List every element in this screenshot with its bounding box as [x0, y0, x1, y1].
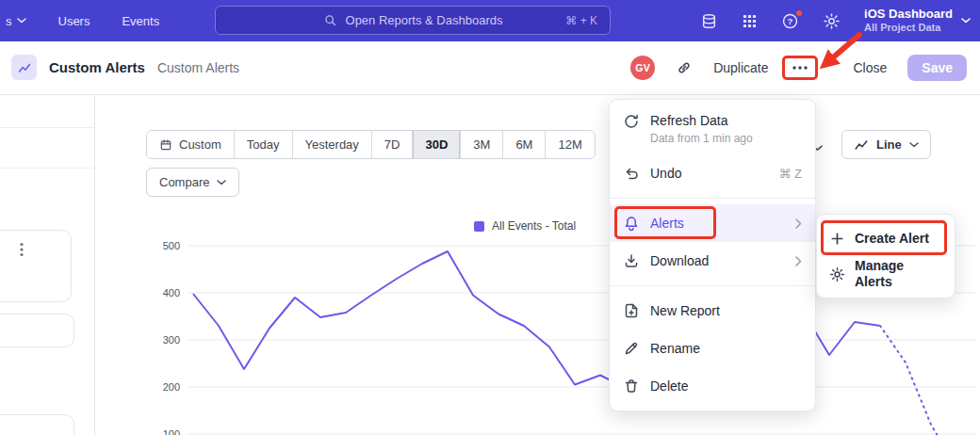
menu-item-download[interactable]: Download — [610, 242, 815, 280]
rail-card[interactable] — [0, 414, 74, 435]
date-range-segmented-control: Custom Today Yesterday 7D 30D 3M 6M 12M — [146, 130, 596, 159]
search-shortcut: ⌘ + K — [565, 14, 597, 27]
menu-item-label: Alerts — [650, 216, 684, 232]
submenu-item-label: Manage Alerts — [855, 258, 942, 290]
search-icon — [323, 13, 337, 27]
chevron-right-icon — [795, 218, 802, 229]
date-range-30d[interactable]: 30D — [413, 131, 461, 158]
menu-item-rename[interactable]: Rename — [610, 330, 815, 367]
menu-item-label: Download — [650, 253, 709, 269]
breadcrumb[interactable]: Custom Alerts — [157, 60, 239, 75]
apps-grid-icon[interactable] — [742, 13, 758, 29]
project-switcher[interactable]: iOS Dashboard All Project Data — [864, 0, 971, 41]
menu-item-sublabel: Data from 1 min ago — [650, 132, 753, 145]
trash-icon — [623, 378, 640, 395]
save-button[interactable]: Save — [907, 55, 967, 81]
date-range-6m[interactable]: 6M — [503, 131, 546, 158]
menu-item-label: New Report — [650, 303, 720, 319]
menu-item-shortcut: ⌘ Z — [778, 167, 802, 181]
page: 500400300200100 s Users Events Open Repo… — [0, 0, 980, 435]
date-range-12m[interactable]: 12M — [546, 131, 594, 158]
chevron-down-icon — [961, 18, 971, 24]
menu-item-label: Undo — [650, 166, 681, 182]
date-range-3m[interactable]: 3M — [461, 131, 503, 158]
menu-divider — [610, 198, 815, 199]
menu-item-alerts[interactable]: Alerts — [610, 204, 815, 242]
menu-item-label: Delete — [650, 379, 688, 395]
date-range-custom[interactable]: Custom — [147, 131, 235, 158]
report-header: Custom Alerts Custom Alerts GV Duplicate… — [0, 41, 980, 95]
chevron-down-icon — [909, 142, 919, 148]
download-icon — [623, 252, 640, 269]
menu-item-refresh-data[interactable]: Refresh Data Data from 1 min ago — [610, 105, 815, 154]
plus-icon — [829, 231, 845, 247]
date-range-today[interactable]: Today — [235, 131, 293, 158]
chart-legend: All Events - Total — [474, 219, 576, 233]
undo-icon — [623, 165, 640, 182]
duplicate-button[interactable]: Duplicate — [713, 60, 768, 75]
gear-icon — [829, 266, 845, 282]
compare-button[interactable]: Compare — [146, 168, 239, 197]
new-report-icon — [623, 302, 640, 319]
project-subtitle: All Project Data — [864, 22, 953, 35]
chevron-right-icon — [795, 256, 802, 266]
more-options-menu: Refresh Data Data from 1 min ago Undo ⌘ … — [609, 99, 816, 411]
nav-boards-partial[interactable]: s — [6, 14, 26, 28]
chevron-down-icon — [217, 180, 226, 185]
refresh-icon — [623, 113, 640, 130]
nav-users[interactable]: Users — [58, 14, 90, 28]
share-link-icon[interactable] — [676, 59, 693, 76]
search-placeholder: Open Reports & Dashboards — [346, 13, 503, 27]
menu-divider — [610, 285, 815, 286]
submenu-item-create-alert[interactable]: Create Alert — [817, 220, 955, 256]
rail-separator — [0, 168, 94, 169]
more-options-button[interactable] — [790, 61, 810, 74]
legend-label: All Events - Total — [492, 219, 576, 233]
close-button[interactable]: Close — [854, 60, 888, 75]
report-type-icon — [11, 55, 37, 80]
rail-card[interactable] — [0, 230, 72, 302]
svg-text:200: 200 — [163, 381, 180, 393]
nav-events[interactable]: Events — [122, 14, 159, 28]
date-range-7d[interactable]: 7D — [372, 131, 414, 158]
help-icon[interactable]: ? — [781, 12, 799, 30]
page-title: Custom Alerts — [49, 59, 145, 75]
svg-text:100: 100 — [163, 428, 180, 435]
svg-text:400: 400 — [163, 287, 180, 298]
rail-divider — [94, 95, 95, 435]
bell-icon — [623, 215, 640, 232]
calendar-icon — [159, 138, 172, 152]
kebab-menu-icon[interactable] — [20, 242, 24, 261]
svg-text:?: ? — [788, 15, 793, 25]
menu-item-undo[interactable]: Undo ⌘ Z — [610, 154, 815, 192]
pencil-icon — [623, 340, 640, 357]
rail-separator — [0, 127, 94, 128]
svg-text:300: 300 — [163, 334, 180, 346]
avatar[interactable]: GV — [630, 56, 655, 80]
project-title: iOS Dashboard — [864, 7, 953, 22]
chart-type-button[interactable]: Line — [841, 130, 931, 159]
notification-dot — [795, 9, 803, 17]
menu-item-new-report[interactable]: New Report — [610, 292, 815, 330]
legend-swatch — [474, 221, 484, 232]
date-range-yesterday[interactable]: Yesterday — [293, 131, 372, 158]
submenu-item-label: Create Alert — [855, 231, 929, 247]
data-management-icon[interactable] — [700, 12, 718, 30]
menu-item-delete[interactable]: Delete — [610, 367, 815, 405]
menu-item-label: Rename — [650, 341, 700, 357]
top-nav: s Users Events Open Reports & Dashboards… — [0, 0, 980, 41]
settings-gear-icon[interactable] — [823, 12, 841, 30]
submenu-item-manage-alerts[interactable]: Manage Alerts — [817, 256, 955, 292]
chevron-down-icon — [17, 18, 26, 24]
alerts-submenu: Create Alert Manage Alerts — [816, 214, 956, 298]
ellipsis-icon — [792, 65, 808, 71]
line-chart-icon — [854, 137, 869, 153]
svg-text:500: 500 — [163, 240, 180, 251]
menu-item-label: Refresh Data — [650, 113, 753, 129]
global-search[interactable]: Open Reports & Dashboards ⌘ + K — [215, 6, 611, 35]
rail-card[interactable] — [0, 314, 74, 347]
nav-boards-label: s — [6, 14, 12, 28]
